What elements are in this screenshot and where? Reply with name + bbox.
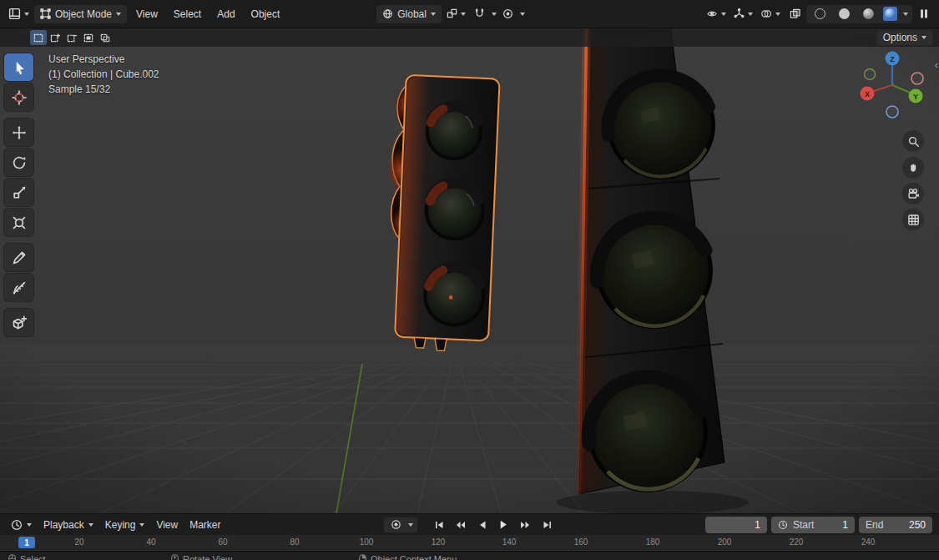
next-keyframe-button[interactable] — [517, 517, 534, 532]
pivot-dropdown[interactable] — [444, 5, 468, 23]
main-header: Object Mode View Select Add Object Globa… — [0, 0, 939, 28]
object-menu[interactable]: Object — [245, 5, 287, 23]
pause-render-button[interactable] — [915, 5, 933, 23]
viewport-overlay-text: User Perspective (1) Collection | Cube.0… — [48, 52, 159, 97]
svg-text:X: X — [865, 90, 870, 98]
clock-icon — [11, 519, 23, 531]
timeline-view-menu[interactable]: View — [150, 517, 184, 533]
gizmo-axis-y[interactable]: Y — [909, 89, 923, 103]
timeline-ruler[interactable]: 20 40 60 80 100 120 140 160 180 200 220 … — [0, 535, 939, 550]
jump-end-icon — [543, 520, 553, 530]
view-menu[interactable]: View — [129, 5, 164, 23]
jump-to-start-button[interactable] — [431, 517, 447, 532]
select-menu[interactable]: Select — [167, 5, 208, 23]
playhead[interactable]: 1 — [18, 537, 35, 548]
shading-wireframe-button[interactable] — [810, 5, 829, 23]
select-mode-invert-button[interactable] — [80, 30, 97, 45]
add-menu[interactable]: Add — [210, 5, 241, 23]
tool-transform[interactable] — [4, 209, 33, 236]
sidebar-collapse-arrow[interactable]: ‹ — [935, 58, 938, 71]
playback-menu[interactable]: Playback — [38, 517, 99, 533]
start-value: 1 — [842, 519, 848, 531]
zoom-button[interactable] — [902, 130, 924, 152]
mode-dropdown[interactable]: Object Mode — [34, 5, 127, 23]
auto-keying-group — [384, 517, 417, 532]
select-mode-intersect-button[interactable] — [97, 30, 114, 45]
gizmo-axis-z[interactable]: Z — [886, 52, 900, 66]
tool-scale[interactable] — [4, 179, 33, 206]
xray-toggle[interactable] — [785, 5, 804, 23]
timeline-editor-dropdown[interactable] — [5, 517, 38, 533]
camera-view-button[interactable] — [902, 183, 924, 204]
gizmo-axis-neg-y[interactable] — [865, 69, 876, 80]
mouse-right-icon — [359, 554, 366, 560]
proportional-falloff-dropdown[interactable] — [520, 13, 525, 16]
grid-icon — [907, 214, 920, 226]
gizmo-axis-x[interactable]: X — [861, 87, 875, 101]
play-reverse-icon — [477, 520, 487, 530]
shading-material-button[interactable] — [859, 5, 877, 23]
timeline-view-label: View — [156, 519, 178, 531]
ruler-tick: 240 — [861, 537, 876, 547]
start-frame-field[interactable]: Start 1 — [771, 517, 855, 533]
blender-window: { "header": { "mode_label": "Object Mode… — [0, 0, 939, 560]
tool-cursor[interactable] — [4, 83, 33, 111]
select-mode-extend-button[interactable] — [47, 30, 63, 45]
gizmo-axis-neg-x[interactable] — [911, 73, 923, 84]
navigation-gizmo[interactable]: Z X Y — [857, 48, 927, 119]
keying-set-dropdown[interactable] — [408, 523, 413, 527]
options-dropdown[interactable]: Options — [877, 30, 932, 45]
material-sphere-icon — [863, 8, 874, 19]
select-mode-subtract-button[interactable] — [63, 30, 80, 45]
tool-add-cube[interactable] — [4, 309, 33, 336]
jump-to-end-button[interactable] — [539, 517, 556, 532]
object-visibility-dropdown[interactable] — [704, 5, 729, 23]
overlays-dropdown[interactable] — [758, 5, 783, 23]
auto-keying-record-button[interactable] — [388, 517, 405, 532]
orientation-dropdown[interactable]: Global — [376, 5, 442, 23]
marker-label: Marker — [189, 519, 220, 531]
current-frame-field[interactable]: 1 — [705, 517, 767, 533]
status-hint-label: Select — [20, 554, 46, 560]
wireframe-sphere-icon — [815, 8, 825, 19]
select-box-intersect-icon — [99, 33, 111, 43]
tool-select-box[interactable] — [4, 53, 33, 81]
rendered-sphere-icon — [885, 8, 896, 19]
visibility-eye-icon — [706, 8, 718, 19]
end-frame-field[interactable]: End 250 — [859, 517, 932, 533]
snap-toggle[interactable] — [471, 5, 489, 23]
viewport-canvas[interactable] — [0, 28, 939, 513]
tool-move[interactable] — [4, 119, 33, 146]
play-reverse-button[interactable] — [474, 517, 491, 532]
chevron-down-icon — [24, 13, 29, 16]
prev-keyframe-button[interactable] — [452, 517, 469, 532]
chevron-down-icon — [27, 523, 32, 527]
gizmos-dropdown[interactable] — [731, 5, 755, 23]
shading-solid-button[interactable] — [835, 5, 853, 23]
shading-rendered-button[interactable] — [883, 7, 897, 21]
ortho-toggle-button[interactable] — [902, 209, 924, 230]
shading-dropdown[interactable] — [903, 13, 908, 16]
tool-measure[interactable] — [4, 274, 33, 301]
gizmo-axes-icon — [734, 8, 745, 19]
move-icon — [12, 125, 27, 140]
svg-text:Y: Y — [913, 93, 918, 101]
pan-button[interactable] — [902, 157, 924, 179]
keying-menu[interactable]: Keying — [99, 517, 151, 533]
orientation-label: Global — [397, 8, 427, 20]
editor-type-dropdown[interactable] — [6, 5, 32, 23]
tool-rotate[interactable] — [4, 149, 33, 176]
proportional-editing-toggle[interactable] — [499, 5, 517, 23]
gizmo-axis-neg-z[interactable] — [886, 106, 898, 118]
viewport-3d[interactable]: User Perspective (1) Collection | Cube.0… — [0, 28, 939, 513]
tool-annotate[interactable] — [4, 244, 33, 271]
object-mode-icon — [40, 8, 51, 19]
chevron-down-icon — [721, 13, 726, 16]
chevron-down-icon — [88, 523, 93, 527]
select-mode-new-button[interactable] — [30, 30, 47, 45]
snap-settings-dropdown[interactable] — [492, 13, 497, 16]
end-value: 250 — [909, 519, 926, 531]
marker-menu[interactable]: Marker — [184, 517, 226, 533]
play-button[interactable] — [496, 517, 512, 532]
viewport-editor-icon — [8, 8, 21, 20]
